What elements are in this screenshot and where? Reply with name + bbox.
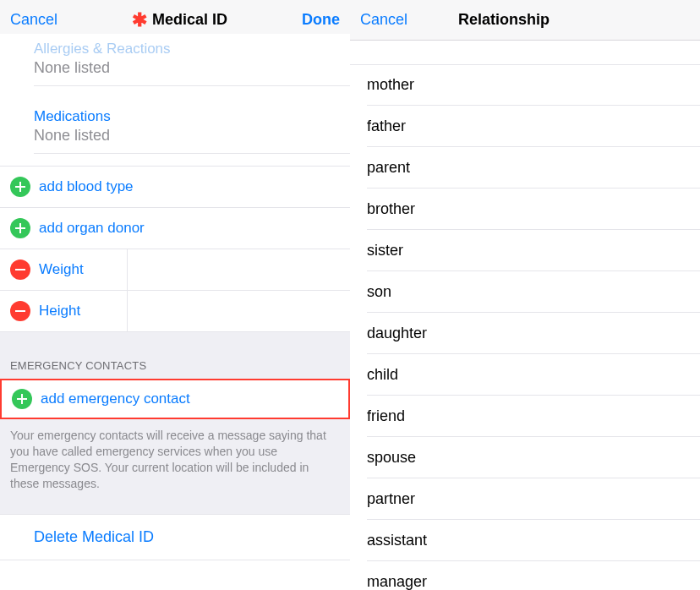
add-blood-type-row[interactable]: add blood type bbox=[0, 167, 350, 207]
relationship-option[interactable]: spouse bbox=[350, 437, 700, 478]
relationship-option[interactable]: parent bbox=[350, 147, 700, 188]
height-label: Height bbox=[39, 303, 80, 320]
add-organ-donor-label: add organ donor bbox=[39, 220, 145, 237]
divider bbox=[34, 153, 350, 154]
relationship-option[interactable]: father bbox=[350, 106, 700, 146]
emergency-section-header-block: EMERGENCY CONTACTS bbox=[0, 332, 350, 379]
add-blood-type-label: add blood type bbox=[39, 178, 134, 195]
weight-label: Weight bbox=[39, 261, 84, 278]
allergies-value[interactable]: None listed bbox=[34, 57, 350, 85]
plus-icon bbox=[10, 218, 30, 238]
minus-icon[interactable] bbox=[10, 259, 30, 280]
emergency-contacts-header: EMERGENCY CONTACTS bbox=[10, 359, 340, 372]
relationship-option[interactable]: son bbox=[350, 271, 700, 312]
relationship-option[interactable]: manager bbox=[350, 561, 700, 590]
relationship-list: motherfatherparentbrothersistersondaught… bbox=[350, 64, 700, 590]
add-emergency-contact-row[interactable]: add emergency contact bbox=[0, 379, 350, 419]
minus-icon[interactable] bbox=[10, 301, 30, 321]
relationship-option[interactable]: assistant bbox=[350, 520, 700, 560]
relationship-option[interactable]: sister bbox=[350, 230, 700, 270]
cancel-button[interactable]: Cancel bbox=[10, 11, 57, 29]
add-rows-section: add blood type add organ donor Weight He… bbox=[0, 166, 350, 332]
relationship-option[interactable]: mother bbox=[350, 64, 700, 105]
done-button[interactable]: Done bbox=[302, 11, 340, 29]
spacer bbox=[350, 41, 700, 64]
divider bbox=[127, 291, 128, 331]
emergency-footer-note: Your emergency contacts will receive a m… bbox=[0, 419, 350, 504]
allergies-section: Allergies & Reactions None listed bbox=[0, 34, 350, 86]
spacer bbox=[0, 504, 350, 514]
relationship-option[interactable]: partner bbox=[350, 478, 700, 519]
medications-section: Medications None listed bbox=[0, 86, 350, 154]
delete-medical-id-row[interactable]: Delete Medical ID bbox=[0, 514, 350, 560]
weight-row[interactable]: Weight bbox=[0, 249, 350, 290]
medical-asterisk-icon: ✱ bbox=[132, 11, 147, 30]
relationship-option[interactable]: friend bbox=[350, 396, 700, 436]
cancel-button[interactable]: Cancel bbox=[360, 11, 407, 29]
divider bbox=[127, 249, 128, 290]
relationship-screen: Cancel Relationship motherfatherparentbr… bbox=[350, 0, 700, 590]
header-title: ✱ Medical ID bbox=[132, 11, 227, 30]
header-bar: Cancel Relationship bbox=[350, 0, 700, 41]
relationship-option[interactable]: brother bbox=[350, 188, 700, 229]
relationship-option[interactable]: child bbox=[350, 354, 700, 395]
height-row[interactable]: Height bbox=[0, 291, 350, 331]
add-emergency-contact-label: add emergency contact bbox=[41, 391, 190, 407]
relationship-option[interactable]: daughter bbox=[350, 313, 700, 353]
medications-value[interactable]: None listed bbox=[34, 125, 350, 153]
header-title-text: Medical ID bbox=[152, 11, 227, 29]
plus-icon bbox=[10, 177, 30, 197]
header-title: Relationship bbox=[458, 11, 550, 29]
plus-icon bbox=[12, 389, 32, 409]
medical-id-screen: Cancel ✱ Medical ID Done Allergies & Rea… bbox=[0, 0, 350, 590]
add-organ-donor-row[interactable]: add organ donor bbox=[0, 208, 350, 249]
allergies-label: Allergies & Reactions bbox=[34, 34, 350, 57]
medications-label: Medications bbox=[34, 101, 350, 125]
